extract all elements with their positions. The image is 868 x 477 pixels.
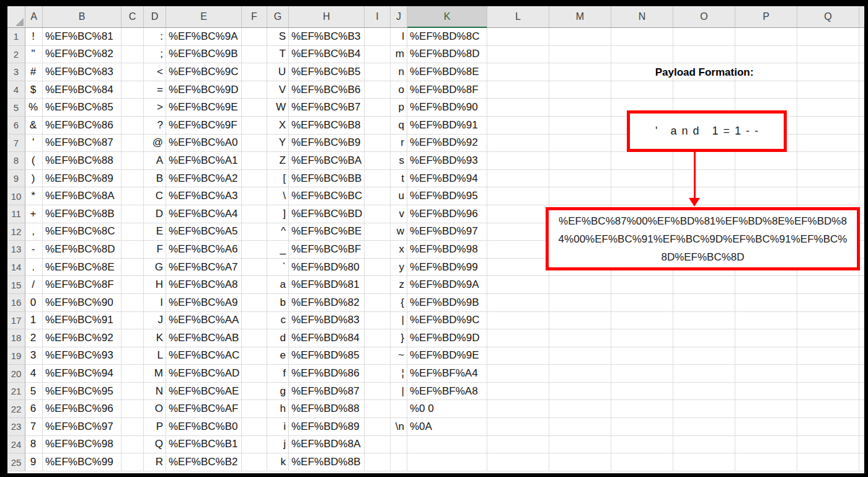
cell-P23[interactable] [735,418,797,436]
cell-A25[interactable]: 9 [25,453,43,471]
cell-H6[interactable]: %EF%BC%B8 [289,117,365,135]
cell-B4[interactable]: %EF%BC%84 [43,81,122,99]
cell-A14[interactable]: . [25,259,43,277]
cell-E20[interactable]: %EF%BC%AD [166,365,242,383]
cell-O16[interactable] [673,294,735,312]
cell-N21[interactable] [611,383,673,401]
cell-P17[interactable] [735,312,797,330]
cell-K21[interactable]: %EF%BF%A8 [407,383,487,401]
cell-L19[interactable] [487,347,549,365]
cell-N17[interactable] [611,312,673,330]
cell-I15[interactable] [365,276,391,294]
cell-M6[interactable] [549,117,611,135]
cell-H8[interactable]: %EF%BC%BA [289,152,365,170]
cell-C23[interactable] [122,418,144,436]
cell-Q10[interactable] [797,187,859,205]
cell-E21[interactable]: %EF%BC%AE [166,383,242,401]
cell-K20[interactable]: %EF%BF%A4 [407,365,487,383]
payload-input-box[interactable]: ' and 1=1-- [627,110,787,152]
cell-I14[interactable] [365,259,391,277]
cell-M7[interactable] [549,135,611,153]
cell-M23[interactable] [549,418,611,436]
cell-N25[interactable] [611,453,673,471]
cell-A7[interactable]: ' [25,135,43,153]
cell-L10[interactable] [487,187,549,205]
cell-E18[interactable]: %EF%BC%AB [166,329,242,347]
cell-G15[interactable]: a [267,276,289,294]
cell-G6[interactable]: X [267,117,289,135]
cell-M17[interactable] [549,312,611,330]
cell-J23[interactable]: \n [391,418,407,436]
cell-E24[interactable]: %EF%BC%B1 [166,436,242,454]
cell-A22[interactable]: 6 [25,400,43,418]
cell-I13[interactable] [365,241,391,259]
cell-I9[interactable] [365,170,391,188]
cell-H21[interactable]: %EF%BD%87 [289,383,365,401]
cell-F10[interactable] [242,187,267,205]
cell-F13[interactable] [242,241,267,259]
cell-I10[interactable] [365,187,391,205]
cell-L1[interactable] [487,28,549,46]
cell-O4[interactable] [673,81,735,99]
cell-C9[interactable] [122,170,144,188]
cell-E12[interactable]: %EF%BC%A5 [166,223,242,241]
cell-O22[interactable] [673,400,735,418]
cell-O8[interactable] [673,152,735,170]
cell-N19[interactable] [611,347,673,365]
cell-Q22[interactable] [797,400,859,418]
cell-D2[interactable]: ; [144,46,166,64]
row-header-17[interactable]: 17 [7,312,25,330]
cell-O20[interactable] [673,365,735,383]
cell-D17[interactable]: J [144,312,166,330]
column-header-H[interactable]: H [289,6,365,28]
cell-F19[interactable] [242,347,267,365]
cell-I24[interactable] [365,436,391,454]
column-header-B[interactable]: B [43,6,122,28]
cell-E2[interactable]: %EF%BC%9B [166,46,242,64]
cell-N9[interactable] [611,170,673,188]
cell-P25[interactable] [735,453,797,471]
cell-Q15[interactable] [797,276,859,294]
cell-G17[interactable]: c [267,312,289,330]
cell-G22[interactable]: h [267,400,289,418]
cell-B21[interactable]: %EF%BC%95 [43,383,122,401]
cell-P19[interactable] [735,347,797,365]
column-header-M[interactable]: M [549,6,611,28]
cell-F7[interactable] [242,135,267,153]
cell-A20[interactable]: 4 [25,365,43,383]
cell-G2[interactable]: T [267,46,289,64]
column-header-D[interactable]: D [144,6,166,28]
column-header-Q[interactable]: Q [797,6,859,28]
cell-E7[interactable]: %EF%BC%A0 [166,135,242,153]
cell-B7[interactable]: %EF%BC%87 [43,135,122,153]
cell-Q5[interactable] [797,99,859,117]
cell-F6[interactable] [242,117,267,135]
cell-J19[interactable]: ~ [391,347,407,365]
cell-J8[interactable]: s [391,152,407,170]
cell-G3[interactable]: U [267,63,289,81]
cell-M18[interactable] [549,329,611,347]
cell-G18[interactable]: d [267,329,289,347]
cell-Q17[interactable] [797,312,859,330]
cell-D15[interactable]: H [144,276,166,294]
cell-D16[interactable]: I [144,294,166,312]
cell-N23[interactable] [611,418,673,436]
cell-G23[interactable]: i [267,418,289,436]
cell-F21[interactable] [242,383,267,401]
cell-J11[interactable]: v [391,205,407,223]
cell-L16[interactable] [487,294,549,312]
cell-L21[interactable] [487,383,549,401]
cell-F24[interactable] [242,436,267,454]
cell-C11[interactable] [122,205,144,223]
cell-K9[interactable]: %EF%BD%94 [407,170,487,188]
cell-K6[interactable]: %EF%BD%91 [407,117,487,135]
cell-A17[interactable]: 1 [25,312,43,330]
cell-B20[interactable]: %EF%BC%94 [43,365,122,383]
cell-G13[interactable]: _ [267,241,289,259]
cell-P22[interactable] [735,400,797,418]
cell-F8[interactable] [242,152,267,170]
cell-P18[interactable] [735,329,797,347]
cell-J1[interactable]: l [391,28,407,46]
cell-G11[interactable]: ] [267,205,289,223]
cell-B10[interactable]: %EF%BC%8A [43,187,122,205]
